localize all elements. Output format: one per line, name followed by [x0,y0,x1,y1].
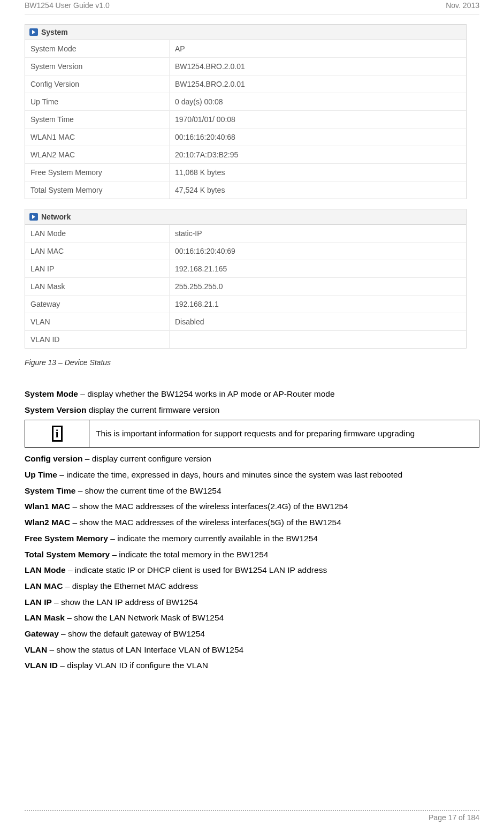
row-value: static-IP [170,225,466,242]
definition-term: System Mode [25,389,78,398]
row-value: 255.255.255.0 [170,278,466,295]
row-label: Gateway [25,296,170,313]
definition-term: Total System Memory [25,550,110,559]
row-label: WLAN1 MAC [25,128,170,146]
row-value: 192.168.21.165 [170,260,466,277]
system-panel-title: System [41,28,68,36]
svg-marker-0 [32,30,35,34]
info-callout: i This is important information for supp… [25,420,479,448]
system-panel-header[interactable]: System [25,25,466,40]
row-label: Total System Memory [25,181,170,199]
row-value: 00:16:16:20:40:69 [170,243,466,260]
row-value: BW1254.BRO.2.0.01 [170,75,466,93]
row-label: LAN Mode [25,225,170,242]
row-label: WLAN2 MAC [25,146,170,163]
definition-desc: – display the Ethernet MAC address [63,581,197,591]
definition-term: Wlan2 MAC [25,518,70,527]
definition-desc: – indicate the time, expressed in days, … [57,470,402,479]
definition-desc: – display current configure version [83,454,211,463]
network-panel: Network LAN Modestatic-IPLAN MAC00:16:16… [25,209,467,349]
row-label: LAN Mask [25,278,170,295]
row-value: AP [170,40,466,57]
definition-desc: – show the LAN Network Mask of BW1254 [65,613,224,622]
row-label: Up Time [25,93,170,110]
definition-term: LAN Mode [25,565,66,574]
page-footer: Page 17 of 184 [25,810,479,822]
row-value: BW1254.BRO.2.0.01 [170,58,466,75]
info-icon: i [52,426,63,442]
definition-line: LAN Mask – show the LAN Network Mask of … [25,612,479,624]
definition-desc: – indicate static IP or DHCP client is u… [66,565,327,574]
definition-line: Config version – display current configu… [25,453,479,465]
row-value: 20:10:7A:D3:B2:95 [170,146,466,163]
row-value: 00:16:16:20:40:68 [170,128,466,146]
definition-line: LAN MAC – display the Ethernet MAC addre… [25,580,479,592]
table-row: VLANDisabled [25,313,466,331]
row-label: System Mode [25,40,170,57]
table-row: Gateway192.168.21.1 [25,296,466,313]
definition-term: LAN Mask [25,613,65,622]
system-panel: System System ModeAPSystem VersionBW1254… [25,24,467,199]
definition-term: LAN IP [25,597,52,607]
definition-desc: – show the MAC addresses of the wireless… [70,502,348,511]
definition-line: System Version display the current firmw… [25,404,479,416]
definition-desc: – show the status of LAN Interface VLAN … [47,645,243,654]
table-row: System ModeAP [25,40,466,58]
definition-desc: – display whether the BW1254 works in AP… [78,389,335,398]
header-rule [25,14,479,14]
definition-line: VLAN ID – display VLAN ID if configure t… [25,660,479,671]
row-label: VLAN ID [25,331,170,348]
info-text: This is important information for suppor… [89,420,479,448]
definition-desc: – show the MAC addresses of the wireless… [70,518,341,527]
definition-term: VLAN ID [25,661,58,670]
definition-line: LAN IP – show the LAN IP address of BW12… [25,596,479,608]
definition-line: System Mode – display whether the BW1254… [25,388,479,400]
row-value: 47,524 K bytes [170,181,466,199]
definition-line: VLAN – show the status of LAN Interface … [25,644,479,656]
definition-line: Total System Memory – indicate the total… [25,549,479,561]
definition-line: System Time – show the current time of t… [25,485,479,497]
row-label: LAN IP [25,260,170,277]
definition-line: Wlan2 MAC – show the MAC addresses of th… [25,517,479,528]
table-row: WLAN1 MAC00:16:16:20:40:68 [25,128,466,146]
row-value: 1970/01/01/ 00:08 [170,111,466,128]
definition-term: System Version [25,405,86,414]
row-value: 192.168.21.1 [170,296,466,313]
definition-term: Wlan1 MAC [25,502,70,511]
table-row: WLAN2 MAC20:10:7A:D3:B2:95 [25,146,466,164]
definition-desc: display the current firmware version [86,405,219,414]
definition-term: Free System Memory [25,534,108,543]
arrow-right-icon [29,28,38,36]
row-value: Disabled [170,313,466,330]
row-label: VLAN [25,313,170,330]
table-row: Config VersionBW1254.BRO.2.0.01 [25,75,466,93]
table-row: LAN Modestatic-IP [25,225,466,243]
page-number: Page 17 of 184 [25,813,479,822]
doc-date: Nov. 2013 [446,1,479,10]
definition-desc: – show the default gateway of BW1254 [59,629,205,638]
svg-marker-1 [32,215,35,219]
table-row: Total System Memory47,524 K bytes [25,181,466,199]
table-row: LAN Mask255.255.255.0 [25,278,466,296]
definition-term: System Time [25,486,75,495]
network-panel-header[interactable]: Network [25,209,466,225]
footer-rule [25,810,479,811]
row-label: System Time [25,111,170,128]
doc-title: BW1254 User Guide v1.0 [25,1,110,10]
table-row: System Time1970/01/01/ 00:08 [25,111,466,128]
definition-line: Gateway – show the default gateway of BW… [25,628,479,640]
row-label: Config Version [25,75,170,93]
row-label: LAN MAC [25,243,170,260]
page-header: BW1254 User Guide v1.0 Nov. 2013 [25,0,479,14]
table-row: LAN IP192.168.21.165 [25,260,466,278]
definition-line: Free System Memory – indicate the memory… [25,533,479,544]
figure-caption: Figure 13 – Device Status [25,358,479,367]
table-row: VLAN ID [25,331,466,348]
definition-desc: – show the current time of the BW1254 [75,486,221,495]
table-row: LAN MAC00:16:16:20:40:69 [25,243,466,260]
definition-term: Config version [25,454,83,463]
table-row: System VersionBW1254.BRO.2.0.01 [25,58,466,75]
definition-desc: – show the LAN IP address of BW1254 [52,597,198,607]
info-icon-cell: i [25,420,89,448]
definition-desc: – indicate the total memory in the BW125… [110,550,268,559]
